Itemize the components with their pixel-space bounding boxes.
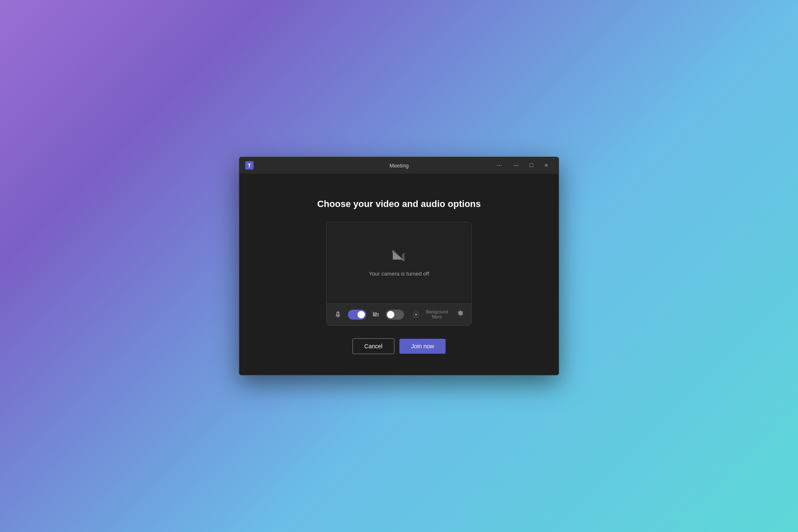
audio-toggle[interactable] — [348, 310, 366, 320]
background-filters-label: Backgroundfilters — [426, 310, 448, 320]
svg-text:T: T — [248, 163, 251, 169]
camera-off-icon — [392, 249, 406, 266]
svg-point-2 — [415, 314, 417, 316]
video-area: Your camera is turned off — [326, 222, 472, 326]
video-toggle[interactable] — [386, 310, 404, 320]
video-preview: Your camera is turned off — [327, 222, 471, 303]
more-options-button[interactable]: ··· — [493, 160, 505, 171]
page-heading: Choose your video and audio options — [317, 199, 481, 209]
main-content: Choose your video and audio options Your… — [239, 174, 559, 375]
settings-icon[interactable] — [456, 310, 465, 320]
maximize-button[interactable]: ☐ — [524, 159, 539, 172]
action-buttons: Cancel Join now — [352, 338, 446, 354]
blur-icon[interactable] — [411, 309, 421, 320]
camera-icon[interactable] — [371, 309, 381, 320]
camera-off-text: Your camera is turned off — [369, 271, 429, 277]
close-button[interactable]: ✕ — [539, 159, 554, 172]
background-filters-button[interactable]: Backgroundfilters — [426, 310, 448, 320]
minimize-button[interactable]: — — [509, 159, 524, 172]
teams-logo: T — [244, 160, 254, 170]
video-controls-bar: Backgroundfilters — [327, 303, 471, 325]
video-toggle-thumb — [387, 311, 394, 318]
window-title: Meeting — [389, 163, 409, 169]
join-now-button[interactable]: Join now — [399, 339, 446, 354]
audio-toggle-thumb — [357, 311, 365, 318]
titlebar-controls: ··· — ☐ ✕ — [493, 159, 554, 172]
microphone-icon[interactable] — [333, 309, 343, 320]
teams-window: T Meeting ··· — ☐ ✕ Choose your video an… — [239, 157, 559, 375]
cancel-button[interactable]: Cancel — [352, 338, 395, 354]
titlebar: T Meeting ··· — ☐ ✕ — [239, 157, 559, 174]
